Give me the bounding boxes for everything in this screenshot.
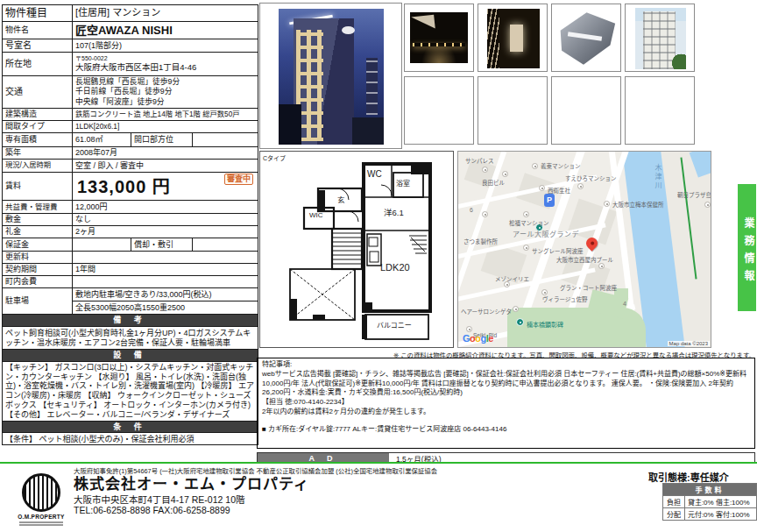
google-letter: G	[463, 333, 470, 344]
row-guarantee-label: 保証金	[3, 238, 73, 252]
thumb-frame-3	[551, 4, 621, 72]
room-label-bedroom: 洋6.1	[384, 206, 404, 218]
row-type-label: 物件種目	[3, 5, 73, 22]
map-pin-icon	[523, 245, 529, 251]
company-logo: O.M.PROPERTY	[16, 473, 67, 526]
map-label: メゾンイリエ	[495, 274, 529, 283]
exterior-day-photo	[635, 8, 686, 69]
row-address-label: 所在地	[3, 53, 73, 76]
row-fee-label: 共益費・管理費	[3, 201, 73, 214]
rent-value: 133,000 円	[77, 176, 171, 197]
row-keymoney-label: 礼金	[3, 226, 73, 238]
foreground-right	[352, 117, 384, 145]
map-label: 朝日プラザ島堀	[677, 190, 711, 199]
status-value: 空室 / 即入 / 審査中	[73, 160, 258, 173]
address-value: 大阪府大阪市西区本田1丁目4-46	[75, 62, 255, 72]
screening-stamp: 審査中	[224, 174, 253, 185]
thumb-frame-2	[478, 4, 548, 72]
property-table: 物件種目 [住居用] マンション 物件名 匠空AWAZA NISHI 号室名 1…	[2, 4, 258, 445]
amortization-label: 償却・敷引	[131, 238, 193, 252]
om-property-logo-icon	[22, 473, 60, 512]
logo-fineprint-line	[19, 524, 63, 526]
floorplan-drawing	[281, 157, 435, 344]
access-line-1: 長堀鶴見線「西長堀」徒歩9分	[75, 77, 255, 87]
commission-header: 手数料	[663, 484, 757, 496]
thumb-frame-6-empty	[478, 76, 548, 145]
location-map: P サンパレス 良田ビル 義東マンション すえひろマンション 西衛生社 大阪市立…	[457, 151, 711, 348]
spacer	[262, 417, 750, 425]
area-value: 61.08㎡	[73, 133, 131, 147]
map-pin-icon	[539, 185, 545, 191]
room-label-wc: WC	[367, 169, 382, 179]
parking-line-1: 敷地内駐車場/空きあり/33,000円(税込)	[73, 288, 258, 301]
map-copyright: Map data ©2023	[668, 341, 710, 346]
chonai-value	[73, 276, 258, 288]
map-pin-icon	[523, 211, 529, 217]
equipment-text: 【キッチン】 ガスコンロ(3口以上)・システムキッチン・対面式キッチン・カウンタ…	[3, 361, 258, 421]
room-label-wic: WIC	[309, 211, 323, 219]
tower-silhouette	[294, 18, 355, 145]
map-pin-icon	[598, 263, 605, 269]
map-label-monument: 楠本橋顕彰碑	[527, 320, 563, 329]
company-address: 大阪市中央区本町4丁目4-17 RE-012 10階	[74, 493, 244, 506]
map-label: 義東マンション	[541, 161, 581, 170]
route-number: 6	[470, 207, 473, 213]
address-cell: 〒550-0022 大阪府大阪市西区本田1丁目4-46	[73, 53, 258, 76]
row-built-label: 築年	[3, 147, 73, 160]
canopy-shape	[411, 15, 435, 32]
room-label-entrance: 玄	[337, 194, 345, 204]
business-info-tab: 業務情報	[738, 184, 756, 311]
burden-value: 貸主:0% 借主:100%	[684, 496, 756, 508]
thumb-frame-1	[404, 4, 474, 72]
map-pin-icon	[532, 163, 538, 169]
key-location-note: ■ カギ所在:ダイヤル錠:7777 ALキー:賃貸住宅サービス阿波座店 06-6…	[262, 425, 750, 435]
built-value: 2008年07月	[73, 147, 258, 160]
amortization-value	[193, 238, 258, 252]
row-type-value: [住居用] マンション	[73, 5, 258, 22]
river-name-label: 木津川	[653, 164, 662, 190]
layout-value: 1LDK[20x6.1]	[73, 121, 258, 133]
hall-end-light	[510, 25, 522, 52]
opening-direction-label: 開口部方位	[131, 133, 193, 147]
foreground-left	[279, 104, 301, 145]
postal-code: 〒550-0022	[75, 55, 255, 62]
company-phone: TEL:06-6258-8898 FAX:06-6258-8899	[74, 505, 230, 515]
row-status-label: 現況/入居時期	[3, 160, 73, 173]
map-pin-icon	[513, 306, 519, 312]
row-deposit-label: 敷金	[3, 214, 73, 226]
parking-line-2: 全長5300幅2050高1550重2500	[73, 301, 258, 315]
guarantee-value	[73, 238, 131, 252]
opening-direction-value	[193, 133, 258, 147]
transaction-type: 取引態様:専任媒介	[648, 470, 729, 484]
special-notes-body: webサービス広告掲載 [要確認]・チラシ、雑誌等掲載広告 [要確認]・保証会社…	[262, 370, 750, 398]
route-number: 4	[623, 301, 626, 307]
logo-fineprint-line	[19, 521, 63, 523]
map-label: さつま製作所	[463, 237, 498, 245]
contact-phone: 【担当 徳:070-4140-2234】	[262, 398, 750, 408]
thumb-frame-8-empty	[625, 76, 695, 145]
penalty-note: 2年以内の解約は賃料2ヶ月分の違約金が発生します。	[262, 408, 750, 417]
building-night-photo	[279, 9, 384, 145]
row-chonai-label: 町内会費	[3, 276, 73, 288]
tree-foliage	[671, 50, 686, 69]
room-number: 107(1階部分)	[73, 39, 258, 53]
room-label-ldk: LDK20	[380, 262, 410, 273]
equipment-section-header: 設 備	[3, 350, 258, 362]
map-label: ヘアーサロンシゲタ	[461, 307, 512, 316]
floorplan-box: Cタイプ	[259, 151, 454, 348]
row-term-label: 契約期間	[3, 264, 73, 276]
map-label: サンパレス	[465, 156, 494, 165]
special-notes-box: 特記事項: webサービス広告掲載 [要確認]・チラシ、雑誌等掲載広告 [要確認…	[257, 358, 755, 449]
special-notes-title: 特記事項:	[262, 360, 750, 370]
map-pin-icon	[604, 201, 610, 207]
commission-table: 手数料 負担 貸主:0% 借主:100% 分配 元付:0% 客付:100%	[662, 483, 757, 521]
map-pin-icon	[482, 167, 488, 173]
logo-text: O.M.PROPERTY	[16, 514, 67, 520]
thumb-frame-5-empty	[404, 76, 474, 145]
map-pin-icon	[502, 171, 508, 177]
property-sheet: 物件種目 [住居用] マンション 物件名 匠空AWAZA NISHI 号室名 1…	[0, 0, 757, 532]
map-label: サングレール阿波座	[532, 246, 584, 255]
split-label: 分配	[663, 508, 685, 521]
map-pin-icon	[482, 211, 488, 217]
row-room-label: 号室名	[3, 39, 73, 53]
